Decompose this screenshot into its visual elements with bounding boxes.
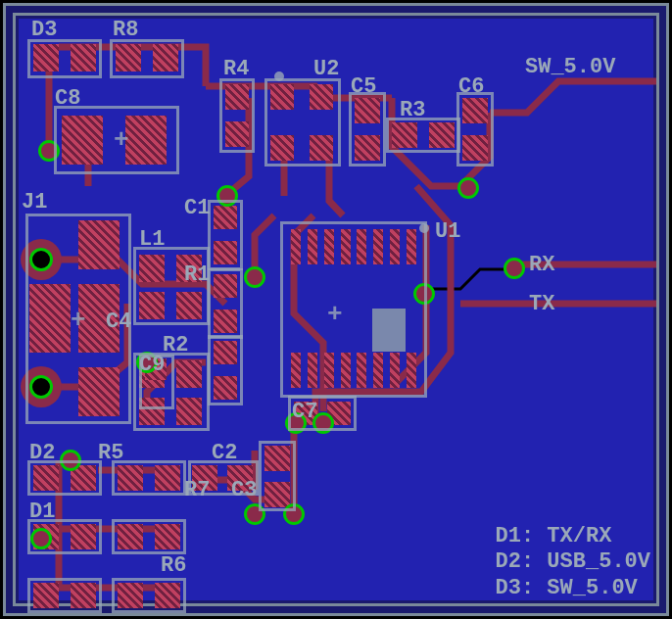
- comp-C2-C3: [259, 441, 296, 511]
- comp-R3: [386, 118, 460, 153]
- comp-U2: [264, 78, 341, 167]
- comp-R8: [110, 39, 184, 78]
- via: [244, 266, 265, 288]
- pin1-dot: [419, 223, 429, 233]
- label-R2: R2: [163, 333, 188, 357]
- label-C5: C5: [351, 74, 376, 99]
- label-D2: D2: [29, 441, 55, 465]
- label-L1: L1: [139, 227, 165, 252]
- via: [504, 258, 525, 279]
- comp-R1: [208, 268, 243, 339]
- label-RX: RX: [529, 253, 554, 277]
- comp-D1b: [27, 578, 102, 613]
- comp-R6-a: [112, 519, 186, 554]
- label-C1: C1: [184, 196, 210, 220]
- label-U2: U2: [313, 57, 339, 81]
- comp-U1: [280, 221, 427, 398]
- comp-C6: [456, 92, 494, 167]
- pin1-dot: [274, 71, 284, 81]
- label-R8: R8: [113, 18, 138, 42]
- polarity-mark: +: [71, 306, 86, 335]
- label-R4: R4: [223, 57, 249, 81]
- comp-R6: [112, 578, 186, 613]
- legend: D1: TX/RX D2: USB_5.0V D3: SW_5.0V: [496, 524, 650, 601]
- label-TX: TX: [529, 292, 554, 316]
- label-J1: J1: [22, 190, 47, 214]
- label-SW50V: SW_5.0V: [525, 55, 615, 79]
- label-C3: C3: [231, 478, 257, 502]
- label-R6: R6: [161, 553, 186, 578]
- label-C8: C8: [55, 86, 80, 111]
- label-C6: C6: [458, 74, 484, 99]
- label-D1: D1: [29, 500, 55, 524]
- comp-R2: [208, 335, 243, 405]
- label-R5: R5: [98, 441, 123, 465]
- comp-R4: [219, 78, 255, 153]
- label-D3: D3: [31, 18, 57, 42]
- legend-line-1: D1: TX/RX: [496, 524, 650, 549]
- via: [457, 177, 479, 199]
- label-C7: C7: [292, 400, 317, 424]
- center-mark: +: [327, 300, 343, 329]
- comp-D3: [27, 39, 102, 78]
- label-C4: C4: [106, 310, 131, 334]
- comp-R5: [112, 460, 186, 496]
- legend-line-3: D3: SW_5.0V: [496, 576, 650, 601]
- comp-C1: [208, 200, 243, 270]
- label-R1: R1: [184, 262, 210, 287]
- comp-D1: [27, 519, 102, 554]
- label-C2: C2: [212, 441, 237, 465]
- legend-line-2: D2: USB_5.0V: [496, 549, 650, 575]
- comp-D2: [27, 460, 102, 496]
- label-U1: U1: [435, 219, 460, 244]
- polarity-mark: +: [114, 125, 129, 155]
- label-R7: R7: [184, 478, 210, 502]
- label-C9: C9: [139, 353, 165, 377]
- label-R3: R3: [400, 98, 425, 122]
- comp-C5: [349, 92, 386, 167]
